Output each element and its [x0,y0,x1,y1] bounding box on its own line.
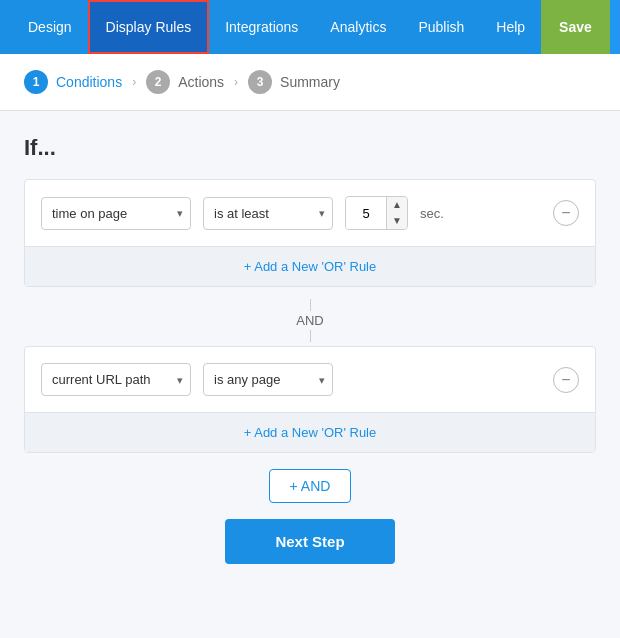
close-button[interactable]: ✕ [610,0,620,54]
breadcrumb: 1 Conditions › 2 Actions › 3 Summary [0,54,620,111]
help-button[interactable]: Help [480,0,541,54]
rule-row-1: time on page current URL path scroll dep… [25,180,595,246]
breadcrumb-arrow-1: › [132,75,136,89]
spinner-up-1[interactable]: ▲ [387,197,407,213]
operator-select-wrapper-1: is at least is less than equals [203,197,333,230]
value-spinner-1: ▲ ▼ [345,196,408,230]
save-button[interactable]: Save [541,0,610,54]
condition-select-wrapper-1: time on page current URL path scroll dep… [41,197,191,230]
and-line-bottom [310,330,311,342]
and-separator: AND [24,299,596,342]
remove-rule-1[interactable]: − [553,200,579,226]
nav-analytics[interactable]: Analytics [314,0,402,54]
breadcrumb-step-2[interactable]: 2 Actions [146,70,224,94]
rule-block-1: time on page current URL path scroll dep… [24,179,596,287]
spinner-buttons-1: ▲ ▼ [386,197,407,229]
add-or-rule-2[interactable]: + Add a New 'OR' Rule [25,412,595,452]
spinner-down-1[interactable]: ▼ [387,213,407,229]
remove-rule-2[interactable]: − [553,367,579,393]
and-line-top [310,299,311,311]
step-2-label: Actions [178,74,224,90]
rule-row-2: current URL path time on page scroll dep… [25,347,595,412]
step-1-label: Conditions [56,74,122,90]
nav-integrations[interactable]: Integrations [209,0,314,54]
header: Design Display Rules Integrations Analyt… [0,0,620,54]
minus-icon-1: − [561,204,570,222]
nav-publish[interactable]: Publish [402,0,480,54]
breadcrumb-arrow-2: › [234,75,238,89]
condition-select-2[interactable]: current URL path time on page scroll dep… [41,363,191,396]
spinner-input-1[interactable] [346,198,386,229]
nav-display-rules[interactable]: Display Rules [88,0,210,54]
if-label: If... [24,135,596,161]
condition-select-1[interactable]: time on page current URL path scroll dep… [41,197,191,230]
step-1-circle: 1 [24,70,48,94]
minus-icon-2: − [561,371,570,389]
main-content: If... time on page current URL path scro… [0,111,620,638]
nav-design[interactable]: Design [12,0,88,54]
step-2-circle: 2 [146,70,170,94]
and-text: AND [296,311,323,330]
rule-block-2: current URL path time on page scroll dep… [24,346,596,453]
condition-select-wrapper-2: current URL path time on page scroll dep… [41,363,191,396]
operator-select-wrapper-2: is any page contains equals [203,363,333,396]
step-3-circle: 3 [248,70,272,94]
breadcrumb-step-1[interactable]: 1 Conditions [24,70,122,94]
operator-select-1[interactable]: is at least is less than equals [203,197,333,230]
operator-select-2[interactable]: is any page contains equals [203,363,333,396]
step-3-label: Summary [280,74,340,90]
add-or-rule-1[interactable]: + Add a New 'OR' Rule [25,246,595,286]
breadcrumb-step-3[interactable]: 3 Summary [248,70,340,94]
add-and-button[interactable]: + AND [269,469,352,503]
unit-label-1: sec. [420,206,444,221]
next-step-button[interactable]: Next Step [225,519,394,564]
